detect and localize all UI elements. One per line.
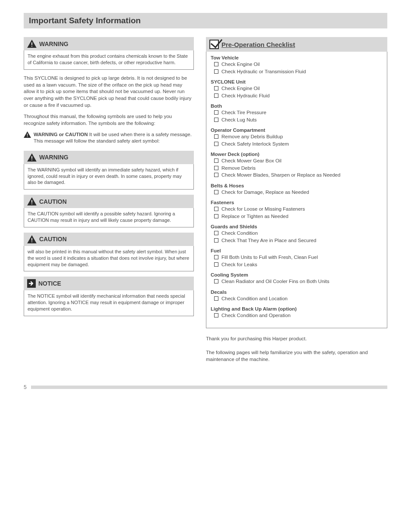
check-item: Check Mower Gear Box Oil <box>211 158 383 165</box>
check-item: Check Condition <box>211 230 383 237</box>
checkbox-icon <box>214 142 218 146</box>
checkbox-icon <box>214 62 218 66</box>
check-item: Check Mower Blades, Sharpen or Replace a… <box>211 172 383 179</box>
svg-rect-0 <box>31 42 32 45</box>
warning-title: WARNING <box>39 40 68 47</box>
check-group: BothCheck Tire PressureCheck Lug Nuts <box>211 103 383 123</box>
checkbox-icon <box>214 166 218 170</box>
check-group-title: Tow Vehicle <box>211 55 383 60</box>
caution-triangle-icon <box>27 235 37 243</box>
checkbox-icon <box>214 190 218 194</box>
warning-triangle-icon <box>27 40 37 48</box>
checkbox-icon <box>214 173 218 177</box>
notice-box: NOTICE The NOTICE symbol will identify m… <box>24 277 194 316</box>
check-item: Check That They Are in Place and Secured <box>211 237 383 244</box>
check-item: Clean Radiator and Oil Cooler Fins on Bo… <box>211 278 383 285</box>
check-item: Check Lug Nuts <box>211 117 383 124</box>
caution-body: will also be printed in this manual with… <box>24 246 194 272</box>
checkbox-icon <box>214 118 218 122</box>
warning-box-1: WARNING The engine exhaust from this pro… <box>24 37 194 70</box>
check-item-label: Check Condition <box>221 230 383 237</box>
caution-title: CAUTION <box>39 198 67 205</box>
check-group: FuelFill Both Units to Full with Fresh, … <box>211 248 383 268</box>
check-item-label: Replace or Tighten as Needed <box>221 213 383 220</box>
check-item: Check Condition and Operation <box>211 312 383 319</box>
paragraph-1: This SYCLONE is designed to pick up larg… <box>24 75 194 109</box>
check-group-title: SYCLONE Unit <box>211 79 383 84</box>
check-item: Check Tire Pressure <box>211 109 383 116</box>
check-group-title: Decals <box>211 289 383 295</box>
checkbox-icon <box>214 231 218 235</box>
svg-rect-3 <box>27 136 28 137</box>
check-item-label: Check Safety Interlock System <box>221 141 383 148</box>
checkbox-icon <box>214 93 218 98</box>
checkbox-icon <box>214 296 218 301</box>
checkbox-icon <box>214 110 218 115</box>
check-item-label: Check Hydraulic Fluid <box>221 93 383 100</box>
check-group: SYCLONE UnitCheck Engine OilCheck Hydrau… <box>211 79 383 99</box>
footer-bar <box>31 386 387 389</box>
checkbox-icon <box>214 279 218 283</box>
check-item-label: Check for Loose or Missing Fasteners <box>221 206 383 213</box>
check-item: Replace or Tighten as Needed <box>211 213 383 220</box>
check-item-label: Clean Radiator and Oil Cooler Fins on Bo… <box>221 278 383 285</box>
inline-warning: WARNING or CAUTION It will be used when … <box>24 131 194 145</box>
checkbox-icon <box>214 207 218 211</box>
check-group-title: Cooling System <box>211 272 383 277</box>
notice-title: NOTICE <box>38 280 61 287</box>
check-group: FastenersCheck for Loose or Missing Fast… <box>211 200 383 220</box>
check-item-label: Check Lug Nuts <box>221 117 383 124</box>
check-group: Tow VehicleCheck Engine OilCheck Hydraul… <box>211 55 383 75</box>
check-item-label: Check Condition and Location <box>221 296 383 302</box>
check-group: Operator CompartmentRemove any Debris Bu… <box>211 128 383 147</box>
check-item-label: Check Condition and Operation <box>221 312 383 319</box>
svg-rect-6 <box>31 200 32 203</box>
check-group-title: Operator Compartment <box>211 128 383 133</box>
check-item: Check Safety Interlock System <box>211 141 383 148</box>
check-group-title: Lighting and Back Up Alarm (option) <box>211 306 383 311</box>
check-item: Check Engine Oil <box>211 85 383 92</box>
check-group-title: Fasteners <box>211 200 383 205</box>
svg-rect-5 <box>31 159 32 160</box>
warning-box-2: WARNING The WARNING symbol will identify… <box>24 151 194 190</box>
check-item-label: Fill Both Units to Full with Fresh, Clea… <box>221 254 383 261</box>
checkbox-icon <box>214 134 218 139</box>
checkbox-icon <box>214 214 218 218</box>
check-group-title: Fuel <box>211 248 383 253</box>
svg-rect-7 <box>31 204 32 205</box>
page-footer: 5 <box>24 384 387 390</box>
check-item-label: Check Tire Pressure <box>221 109 383 116</box>
check-group-title: Guards and Shields <box>211 224 383 229</box>
check-item: Check Engine Oil <box>211 61 383 68</box>
warning-triangle-icon <box>27 153 37 162</box>
check-item-label: Check Mower Gear Box Oil <box>221 158 383 165</box>
right-column: Pre-Operation Checklist Tow VehicleCheck… <box>206 37 387 363</box>
check-group: Guards and ShieldsCheck ConditionCheck T… <box>211 224 383 244</box>
thanks-line-2: The following pages will help familiariz… <box>206 349 387 363</box>
checkbox-icon <box>214 255 218 259</box>
checklist-header: Pre-Operation Checklist <box>206 37 387 52</box>
svg-rect-4 <box>31 156 32 159</box>
warning-title: WARNING <box>39 154 68 161</box>
check-group: DecalsCheck Condition and Location <box>211 289 383 302</box>
check-item: Fill Both Units to Full with Fresh, Clea… <box>211 254 383 261</box>
caution-body: The CAUTION symbol will identify a possi… <box>24 208 194 227</box>
check-item: Remove any Debris Buildup <box>211 134 383 140</box>
checkbox-icon <box>214 313 218 317</box>
svg-rect-8 <box>31 238 32 240</box>
svg-rect-2 <box>27 134 28 136</box>
check-group: Mower Deck (option)Check Mower Gear Box … <box>211 152 383 179</box>
check-item: Remove Debris <box>211 165 383 172</box>
section-title: Important Safety Information <box>29 16 382 25</box>
check-item: Check Hydraulic Fluid <box>211 93 383 100</box>
caution-triangle-icon <box>27 197 37 205</box>
check-group-title: Belts & Hoses <box>211 183 383 188</box>
check-item-label: Check Mower Blades, Sharpen or Replace a… <box>221 172 383 179</box>
check-item: Check Hydraulic or Transmission Fluid <box>211 68 383 75</box>
caution-title: CAUTION <box>39 236 67 243</box>
check-item-label: Check Engine Oil <box>221 85 383 92</box>
check-item-label: Check for Leaks <box>221 261 383 268</box>
check-group-title: Both <box>211 103 383 109</box>
left-column: WARNING The engine exhaust from this pro… <box>24 37 194 363</box>
svg-rect-1 <box>31 46 32 47</box>
